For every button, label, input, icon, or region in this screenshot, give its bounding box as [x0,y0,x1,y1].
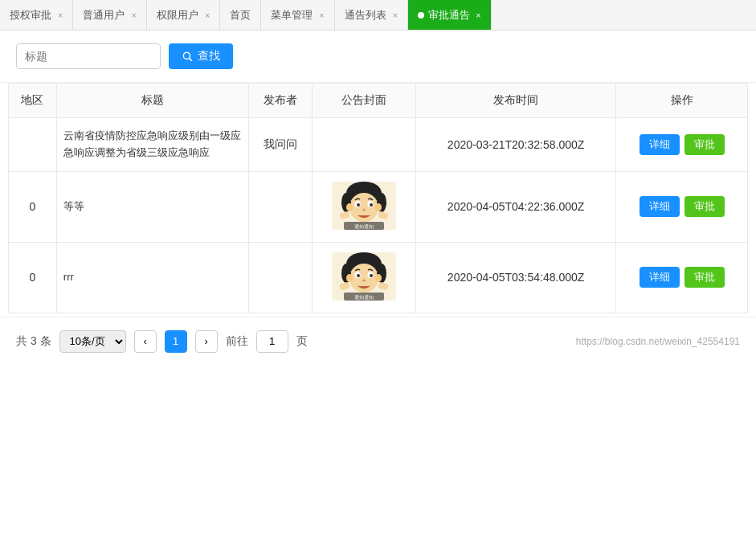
pagination-bar: 共 3 条 10条/页20条/页50条/页 ‹ 1 › 前往 页 https:/… [0,317,756,366]
svg-text:通知通知: 通知通知 [354,224,374,229]
svg-point-11 [357,203,360,207]
detail-button[interactable]: 详细 [640,134,680,155]
search-button[interactable]: 查找 [169,43,233,69]
svg-point-29 [362,279,366,281]
search-input[interactable] [16,43,161,69]
goto-prefix: 前往 [226,334,248,349]
tab-首页[interactable]: 首页 [220,0,261,31]
page-1-button[interactable]: 1 [165,330,187,353]
tab-授权审批[interactable]: 授权审批 × [0,0,73,31]
table-row: 0等等 [9,171,748,242]
svg-text:通知通知: 通知通知 [354,295,374,300]
cell-actions: 详细审批 [616,171,748,242]
tab-label: 审批通告 [428,8,470,23]
active-dot-icon [418,12,424,18]
table-row: 云南省疫情防控应急响应级别由一级应急响应调整为省级三级应急响应我问问2020-0… [9,118,748,172]
goto-suffix: 页 [296,334,308,349]
tab-label: 授权审批 [10,8,51,23]
svg-point-12 [370,203,373,207]
cell-time: 2020-03-21T20:32:58.000Z [415,118,615,172]
prev-page-button[interactable]: ‹ [134,330,157,353]
approve-button[interactable]: 审批 [684,134,725,155]
cell-region [9,118,57,172]
next-page-button[interactable]: › [195,330,218,353]
col-actions: 操作 [616,84,748,118]
svg-point-13 [362,208,366,211]
cell-publisher [249,171,312,242]
search-button-label: 查找 [198,49,220,63]
svg-line-1 [190,59,192,61]
svg-point-7 [346,203,353,211]
approve-button[interactable]: 审批 [684,196,725,217]
data-table: 地区 标题 发布者 公告封面 发布时间 操作 云南省疫情防控应急响应级别由一级应… [8,83,748,313]
cell-cover [312,118,415,172]
tab-普通用户[interactable]: 普通用户 × [73,0,146,31]
cell-publisher [249,242,312,313]
tab-close-icon[interactable]: × [58,10,63,20]
tab-审批通告[interactable]: 审批通告 × [408,0,491,31]
tab-label: 通告列表 [345,8,386,23]
svg-point-24 [375,274,382,282]
svg-point-8 [375,203,382,211]
col-cover: 公告封面 [312,84,415,118]
tab-label: 菜单管理 [271,8,313,23]
tab-权限用户[interactable]: 权限用户 × [147,0,220,31]
cell-title: 等等 [56,171,248,242]
col-time: 发布时间 [415,84,615,118]
tab-label: 首页 [230,8,251,23]
detail-button[interactable]: 详细 [640,196,680,217]
total-count: 共 3 条 [16,334,51,349]
svg-point-27 [357,274,360,277]
tab-label: 权限用户 [157,8,198,23]
svg-point-28 [370,274,373,277]
table-container: 地区 标题 发布者 公告封面 发布时间 操作 云南省疫情防控应急响应级别由一级应… [0,83,756,313]
search-icon [182,51,193,62]
tab-bar: 授权审批 × 普通用户 × 权限用户 × 首页 菜单管理 × 通告列表 × 审批… [0,0,756,31]
cell-region: 0 [9,171,57,242]
cell-title: 云南省疫情防控应急响应级别由一级应急响应调整为省级三级应急响应 [56,118,248,172]
tab-close-icon[interactable]: × [393,10,398,20]
tab-菜单管理[interactable]: 菜单管理 × [261,0,334,31]
svg-point-23 [346,274,353,282]
cell-time: 2020-04-05T03:54:48.000Z [415,242,615,313]
tab-通告列表[interactable]: 通告列表 × [335,0,408,31]
cell-cover: 通知通知 [312,242,415,313]
table-row: 0rrr [9,242,748,313]
tab-close-icon[interactable]: × [131,10,136,20]
tab-close-icon[interactable]: × [319,10,324,20]
cell-region: 0 [9,242,57,313]
svg-point-0 [183,52,190,59]
tab-close-icon[interactable]: × [205,10,210,20]
detail-button[interactable]: 详细 [640,267,680,288]
col-region: 地区 [9,84,57,118]
cell-actions: 详细审批 [616,242,748,313]
approve-button[interactable]: 审批 [684,267,725,288]
search-bar: 查找 [0,31,756,83]
col-title: 标题 [56,84,248,118]
col-publisher: 发布者 [249,84,312,118]
page-size-select[interactable]: 10条/页20条/页50条/页 [59,330,126,353]
cell-title: rrr [56,242,248,313]
goto-page-input[interactable] [256,330,288,353]
cell-publisher: 我问问 [249,118,312,172]
tab-close-icon[interactable]: × [476,10,480,20]
cell-actions: 详细审批 [616,118,748,172]
cell-cover: 通知通知 [312,171,415,242]
cell-time: 2020-04-05T04:22:36.000Z [415,171,615,242]
footer-link: https://blog.csdn.net/weixin_42554191 [576,336,740,347]
table-header-row: 地区 标题 发布者 公告封面 发布时间 操作 [9,84,748,118]
tab-label: 普通用户 [83,8,125,23]
